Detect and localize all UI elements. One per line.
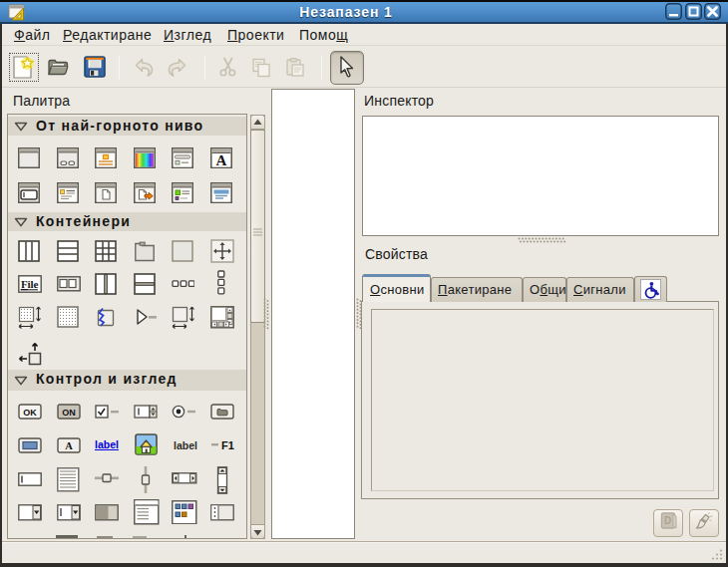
svg-text:ile: ile (28, 278, 39, 290)
svg-text:OK: OK (23, 408, 37, 418)
svg-text:ON: ON (62, 408, 76, 418)
svg-text:F1: F1 (221, 439, 234, 451)
svg-text:D: D (664, 515, 671, 526)
svg-text:A: A (65, 440, 73, 451)
svg-text:A: A (215, 152, 226, 168)
